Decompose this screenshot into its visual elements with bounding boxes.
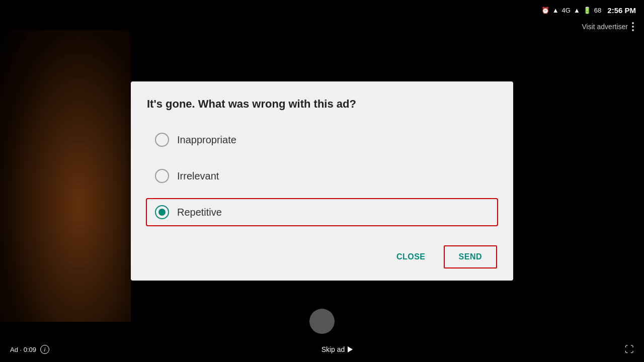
radio-group: Inappropriate Irrelevant Repetitive [147,127,497,225]
radio-irrelevant[interactable] [155,169,169,183]
option-repetitive[interactable]: Repetitive [146,198,498,226]
label-irrelevant: Irrelevant [177,170,219,182]
ad-feedback-dialog: It's gone. What was wrong with this ad? … [131,81,513,281]
label-repetitive: Repetitive [177,207,222,218]
dialog-actions: CLOSE SEND [147,245,497,268]
send-button[interactable]: SEND [444,245,497,268]
radio-inappropriate[interactable] [155,133,169,147]
label-inappropriate: Inappropriate [177,134,236,146]
option-inappropriate[interactable]: Inappropriate [147,127,497,153]
radio-repetitive[interactable] [155,205,169,219]
dialog-title: It's gone. What was wrong with this ad? [147,98,497,111]
dialog-overlay: It's gone. What was wrong with this ad? … [0,0,644,362]
close-button[interactable]: CLOSE [386,246,436,267]
option-irrelevant[interactable]: Irrelevant [147,163,497,189]
